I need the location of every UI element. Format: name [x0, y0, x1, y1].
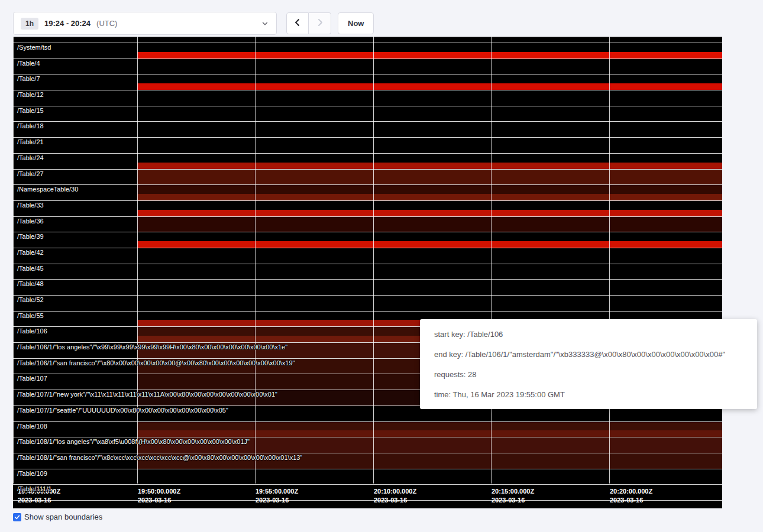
- span-key-label: /Table/45: [17, 265, 44, 273]
- tooltip-line: time: Thu, 16 Mar 2023 19:55:00 GMT: [420, 384, 757, 404]
- span-rows: /System/tsd/Table/4/Table/7/Table/12/Tab…: [13, 43, 722, 501]
- tick-time: 20:15:00.000Z: [492, 487, 534, 496]
- span-row[interactable]: /NamespaceTable/30: [13, 184, 722, 200]
- span-key-label: /Table/106/1/"san francisco"/"\x80\x00\x…: [17, 359, 295, 367]
- span-row[interactable]: /Table/109: [13, 469, 722, 485]
- heat-fill: [137, 170, 722, 185]
- heat-bar: [137, 430, 722, 437]
- heat-fill: [137, 217, 722, 232]
- span-row[interactable]: /Table/45: [13, 264, 722, 280]
- chevron-down-icon: [261, 20, 269, 28]
- tick-date: 2023-03-16: [374, 496, 416, 505]
- span-key-label: /Table/4: [17, 60, 40, 67]
- heat-bar: [137, 52, 722, 59]
- span-key-label: /Table/33: [17, 202, 44, 209]
- span-row[interactable]: /Table/33: [13, 200, 722, 216]
- time-range-label: 19:24 - 20:24: [44, 19, 90, 28]
- time-axis-tick: 20:20:00.000Z2023-03-16: [610, 487, 652, 505]
- time-range-selector[interactable]: 1h 19:24 - 20:24 (UTC): [13, 12, 277, 35]
- span-key-label: /Table/106/1/"los angeles"/"\x99\x99\x99…: [17, 343, 287, 351]
- heat-bar: [137, 210, 722, 216]
- time-axis-tick: 20:15:00.000Z2023-03-16: [492, 487, 534, 505]
- time-axis-tick: 19:50:00.000Z2023-03-16: [138, 487, 180, 505]
- tick-date: 2023-03-16: [610, 496, 652, 505]
- heat-bar: [137, 194, 722, 200]
- span-key-label: /Table/107/1/"seattle"/"UUUUUUD\x00\x80\…: [17, 407, 228, 414]
- timezone-label: (UTC): [96, 19, 117, 28]
- heat-bar: [137, 241, 722, 248]
- time-nav-group: [286, 12, 331, 34]
- span-key-label: /Table/106: [17, 327, 47, 335]
- span-key-label: /Table/7: [17, 75, 40, 83]
- span-row[interactable]: /Table/7: [13, 74, 722, 90]
- span-key-label: /Table/108/1/"los angeles"/"\xa8\xf5\u00…: [17, 438, 250, 446]
- span-row[interactable]: /System/tsd: [13, 43, 722, 59]
- span-key-label: /Table/24: [17, 154, 44, 162]
- show-span-boundaries-checkbox[interactable]: [13, 513, 21, 521]
- span-key-label: /Table/21: [17, 138, 44, 146]
- tick-time: 19:50:00.000Z: [138, 487, 180, 496]
- span-tooltip: start key: /Table/106end key: /Table/106…: [420, 319, 757, 409]
- span-row[interactable]: /Table/108: [13, 421, 722, 437]
- span-key-label: /Table/55: [17, 312, 44, 320]
- time-axis: 19:45:00.000Z2023-03-1619:50:00.000Z2023…: [13, 487, 722, 508]
- span-key-label: /Table/108/1/"san francisco"/"\x8c\xcc\x…: [17, 454, 302, 462]
- span-row[interactable]: /Table/36: [13, 216, 722, 232]
- toolbar: 1h 19:24 - 20:24 (UTC) Now: [13, 12, 374, 35]
- show-span-boundaries-label: Show span boundaries: [24, 512, 102, 521]
- span-row[interactable]: /Table/42: [13, 248, 722, 264]
- check-icon: [14, 514, 20, 520]
- tooltip-line: start key: /Table/106: [420, 324, 757, 344]
- chevron-left-icon: [293, 18, 302, 29]
- prev-time-button[interactable]: [286, 12, 309, 34]
- span-row[interactable]: /Table/4: [13, 59, 722, 74]
- span-row[interactable]: /Table/39: [13, 232, 722, 248]
- tick-time: 19:55:00.000Z: [256, 487, 298, 496]
- span-key-label: /Table/36: [17, 218, 44, 225]
- span-row[interactable]: /Table/108/1/"san francisco"/"\x8c\xcc\x…: [13, 453, 722, 469]
- tick-date: 2023-03-16: [18, 496, 60, 505]
- span-key-label: /Table/12: [17, 91, 44, 99]
- span-key-label: /Table/107: [17, 375, 47, 382]
- key-visualizer-canvas[interactable]: /System/tsd/Table/4/Table/7/Table/12/Tab…: [13, 37, 722, 508]
- span-key-label: /Table/39: [17, 233, 44, 241]
- span-key-label: /System/tsd: [17, 44, 51, 51]
- span-key-label: /Table/52: [17, 296, 44, 304]
- span-key-label: /Table/48: [17, 280, 44, 288]
- time-axis-tick: 20:10:00.000Z2023-03-16: [374, 487, 416, 505]
- span-key-label: /Table/18: [17, 122, 44, 130]
- tick-date: 2023-03-16: [138, 496, 180, 505]
- span-key-label: /Table/109: [17, 470, 47, 478]
- duration-badge: 1h: [21, 18, 38, 30]
- next-time-button[interactable]: [309, 12, 331, 34]
- tick-date: 2023-03-16: [256, 496, 298, 505]
- footer: Show span boundaries: [13, 512, 102, 521]
- span-row[interactable]: /Table/15: [13, 106, 722, 122]
- span-row[interactable]: /Table/108/1/"los angeles"/"\xa8\xf5\u00…: [13, 437, 722, 453]
- span-key-label: /NamespaceTable/30: [17, 186, 78, 193]
- span-row[interactable]: /Table/24: [13, 153, 722, 169]
- span-row[interactable]: /Table/52: [13, 295, 722, 311]
- span-key-label: /Table/27: [17, 170, 44, 178]
- time-axis-tick: 19:55:00.000Z2023-03-16: [256, 487, 298, 505]
- now-button[interactable]: Now: [338, 12, 374, 34]
- span-row[interactable]: /Table/27: [13, 169, 722, 185]
- chevron-right-icon: [315, 18, 325, 29]
- span-key-label: /Table/42: [17, 249, 44, 257]
- tick-time: 20:10:00.000Z: [374, 487, 416, 496]
- heat-bar: [137, 163, 722, 169]
- tick-time: 20:20:00.000Z: [610, 487, 652, 496]
- span-row[interactable]: /Table/12: [13, 90, 722, 106]
- tooltip-line: requests: 28: [420, 364, 757, 384]
- heat-bar: [137, 83, 722, 90]
- span-key-label: /Table/108: [17, 423, 47, 430]
- span-row[interactable]: /Table/18: [13, 121, 722, 137]
- tooltip-line: end key: /Table/106/1/"amsterdam"/"\xb33…: [420, 344, 757, 364]
- span-row[interactable]: /Table/48: [13, 279, 722, 295]
- span-row[interactable]: /Table/21: [13, 137, 722, 153]
- span-key-label: /Table/111/1: [17, 485, 51, 493]
- tick-date: 2023-03-16: [492, 496, 534, 505]
- span-key-label: /Table/107/1/"new york"/"\x11\x11\x11\x1…: [17, 391, 277, 398]
- span-key-label: /Table/15: [17, 107, 44, 115]
